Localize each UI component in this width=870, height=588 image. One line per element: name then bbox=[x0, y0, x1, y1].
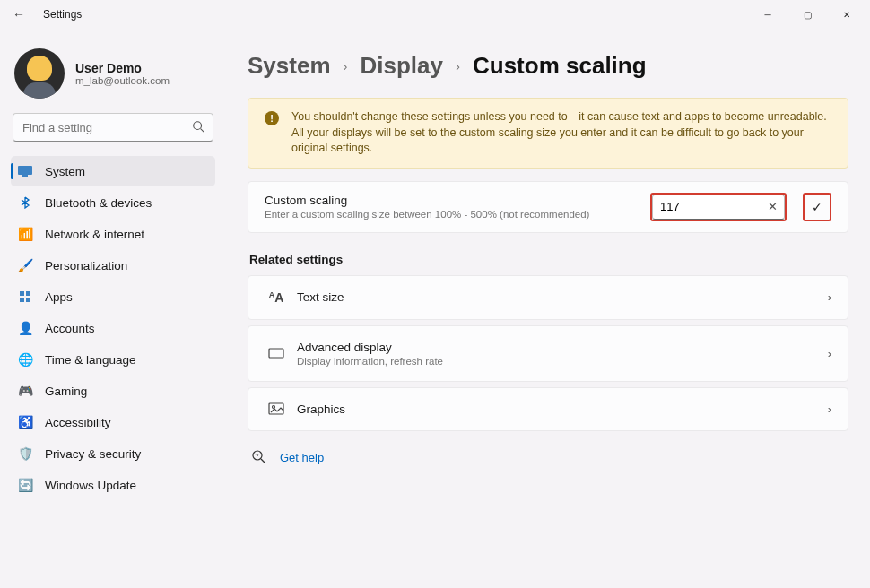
sidebar-item-accounts[interactable]: 👤Accounts bbox=[11, 313, 215, 343]
svg-line-1 bbox=[201, 129, 204, 133]
sidebar-item-time-language[interactable]: 🌐Time & language bbox=[11, 344, 215, 375]
maximize-button[interactable]: ▢ bbox=[787, 1, 827, 28]
breadcrumb-system[interactable]: System bbox=[248, 52, 331, 80]
breadcrumb: System › Display › Custom scaling bbox=[248, 52, 848, 80]
time-language-icon: 🌐 bbox=[18, 352, 32, 367]
svg-line-12 bbox=[261, 459, 265, 463]
breadcrumb-current: Custom scaling bbox=[473, 52, 647, 80]
related-graphics[interactable]: Graphics› bbox=[248, 387, 848, 431]
sidebar-item-label: Personalization bbox=[45, 259, 127, 272]
accessibility-icon: ♿ bbox=[18, 415, 32, 429]
sidebar-item-apps[interactable]: Apps bbox=[11, 281, 215, 312]
chevron-right-icon: › bbox=[828, 402, 831, 416]
sidebar-item-label: Apps bbox=[45, 290, 73, 304]
sidebar-item-label: Time & language bbox=[45, 353, 136, 367]
check-icon: ✓ bbox=[812, 200, 822, 214]
minimize-button[interactable]: ─ bbox=[748, 1, 787, 28]
main-content: System › Display › Custom scaling ! You … bbox=[222, 29, 870, 588]
get-help-row[interactable]: ? Get help bbox=[251, 449, 848, 466]
warning-text: You shouldn't change these settings unle… bbox=[291, 109, 831, 157]
profile-block[interactable]: User Demo m_lab@outlook.com bbox=[11, 39, 215, 113]
get-help-link[interactable]: Get help bbox=[280, 451, 324, 464]
svg-rect-7 bbox=[26, 298, 30, 302]
svg-point-10 bbox=[273, 406, 275, 409]
sidebar-item-system[interactable]: System bbox=[11, 156, 215, 186]
related-advanced-display[interactable]: Advanced displayDisplay information, ref… bbox=[248, 325, 848, 382]
window-title: Settings bbox=[43, 8, 82, 21]
windows-update-icon: 🔄 bbox=[18, 478, 32, 492]
custom-scaling-row: Custom scaling Enter a custom scaling si… bbox=[248, 182, 848, 232]
sidebar-item-windows-update[interactable]: 🔄Windows Update bbox=[11, 470, 215, 500]
row-title: Advanced display bbox=[297, 341, 828, 354]
close-button[interactable]: ✕ bbox=[827, 1, 866, 28]
apply-scaling-button[interactable]: ✓ bbox=[803, 193, 831, 221]
custom-scaling-title: Custom scaling bbox=[265, 194, 641, 207]
system-icon bbox=[18, 164, 32, 178]
sidebar-item-label: System bbox=[45, 165, 85, 178]
network-internet-icon: 📶 bbox=[18, 227, 32, 241]
chevron-right-icon: › bbox=[828, 347, 831, 360]
row-title: Text size bbox=[297, 290, 828, 304]
svg-rect-8 bbox=[269, 349, 283, 358]
sidebar-item-label: Accessibility bbox=[45, 416, 111, 429]
nav-list: SystemBluetooth & devices📶Network & inte… bbox=[11, 156, 215, 500]
svg-rect-6 bbox=[20, 298, 24, 302]
help-icon: ? bbox=[251, 449, 265, 466]
personalization-icon: 🖌️ bbox=[18, 258, 32, 272]
profile-email: m_lab@outlook.com bbox=[75, 75, 170, 86]
avatar bbox=[14, 48, 65, 99]
sidebar-item-personalization[interactable]: 🖌️Personalization bbox=[11, 250, 215, 281]
svg-rect-5 bbox=[26, 291, 30, 296]
row-title: Graphics bbox=[297, 402, 828, 416]
chevron-right-icon: › bbox=[828, 290, 831, 304]
svg-text:?: ? bbox=[256, 452, 259, 458]
sidebar-item-network-internet[interactable]: 📶Network & internet bbox=[11, 219, 215, 249]
warning-banner: ! You shouldn't change these settings un… bbox=[248, 98, 848, 169]
sidebar-item-privacy-security[interactable]: 🛡️Privacy & security bbox=[11, 438, 215, 469]
warning-icon: ! bbox=[265, 111, 279, 125]
sidebar-item-label: Gaming bbox=[45, 385, 87, 398]
apps-icon bbox=[18, 290, 32, 304]
sidebar-item-label: Bluetooth & devices bbox=[45, 196, 152, 210]
clear-input-icon[interactable]: ✕ bbox=[768, 200, 778, 213]
back-button[interactable]: ← bbox=[13, 7, 34, 22]
svg-point-0 bbox=[194, 122, 202, 130]
sidebar-item-accessibility[interactable]: ♿Accessibility bbox=[11, 407, 215, 437]
sidebar: User Demo m_lab@outlook.com SystemBlueto… bbox=[0, 29, 222, 588]
profile-name: User Demo bbox=[75, 61, 170, 75]
bluetooth-devices-icon bbox=[18, 195, 32, 210]
search-icon bbox=[192, 120, 204, 135]
svg-rect-2 bbox=[18, 166, 32, 175]
custom-scaling-subtitle: Enter a custom scaling size between 100%… bbox=[265, 209, 641, 220]
row-icon bbox=[265, 348, 288, 359]
search-input[interactable] bbox=[13, 113, 213, 142]
scaling-value-input[interactable] bbox=[652, 195, 785, 220]
sidebar-item-label: Windows Update bbox=[45, 479, 136, 492]
svg-rect-4 bbox=[20, 291, 24, 296]
chevron-right-icon: › bbox=[456, 58, 460, 74]
related-settings-header: Related settings bbox=[249, 253, 848, 266]
sidebar-item-bluetooth-devices[interactable]: Bluetooth & devices bbox=[11, 187, 215, 218]
row-icon: AA bbox=[265, 290, 288, 305]
titlebar: ← Settings ─ ▢ ✕ bbox=[0, 0, 870, 29]
row-icon bbox=[265, 402, 288, 415]
scaling-input-highlight: ✕ bbox=[650, 193, 787, 221]
svg-rect-3 bbox=[22, 175, 28, 177]
breadcrumb-display[interactable]: Display bbox=[361, 52, 444, 80]
related-text-size[interactable]: AAText size› bbox=[248, 275, 848, 320]
privacy-security-icon: 🛡️ bbox=[18, 446, 32, 461]
gaming-icon: 🎮 bbox=[18, 384, 32, 398]
sidebar-item-label: Network & internet bbox=[45, 228, 144, 241]
chevron-right-icon: › bbox=[344, 58, 348, 74]
sidebar-item-label: Privacy & security bbox=[45, 447, 141, 461]
sidebar-item-label: Accounts bbox=[45, 322, 95, 335]
row-subtitle: Display information, refresh rate bbox=[297, 356, 828, 367]
sidebar-item-gaming[interactable]: 🎮Gaming bbox=[11, 376, 215, 406]
accounts-icon: 👤 bbox=[18, 321, 32, 335]
